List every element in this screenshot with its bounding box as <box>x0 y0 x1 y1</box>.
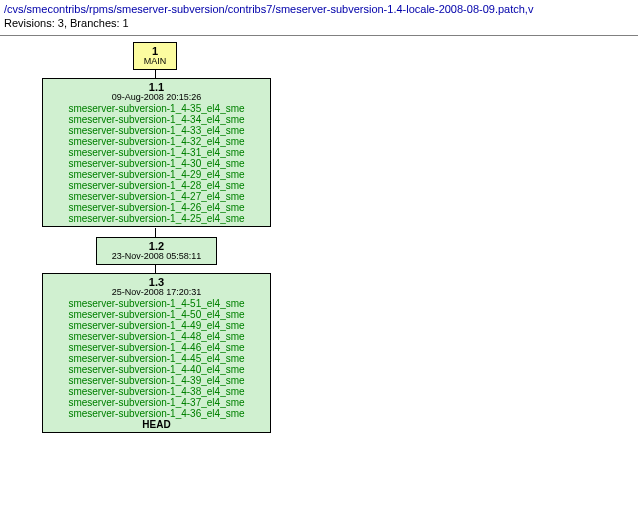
revision-date: 25-Nov-2008 17:20:31 <box>49 288 264 298</box>
revision-tag: smeserver-subversion-1_4-45_el4_sme <box>49 353 264 364</box>
file-path: /cvs/smecontribs/rpms/smeserver-subversi… <box>4 3 533 15</box>
revision-tag: smeserver-subversion-1_4-50_el4_sme <box>49 309 264 320</box>
revision-summary: Revisions: 3, Branches: 1 <box>4 17 129 29</box>
branch-name: MAIN <box>140 57 170 67</box>
edge <box>155 264 156 273</box>
revision-tag: smeserver-subversion-1_4-38_el4_sme <box>49 386 264 397</box>
revision-version: 1.1 <box>49 81 264 93</box>
revision-tag: smeserver-subversion-1_4-27_el4_sme <box>49 191 264 202</box>
revision-date: 23-Nov-2008 05:58:11 <box>103 252 210 262</box>
revision-date: 09-Aug-2008 20:15:26 <box>49 93 264 103</box>
revision-tag: smeserver-subversion-1_4-26_el4_sme <box>49 202 264 213</box>
revision-tag: smeserver-subversion-1_4-48_el4_sme <box>49 331 264 342</box>
head-label: HEAD <box>49 419 264 430</box>
revision-tag: smeserver-subversion-1_4-25_el4_sme <box>49 213 264 224</box>
divider <box>0 35 638 36</box>
revision-node-1-1[interactable]: 1.1 09-Aug-2008 20:15:26 smeserver-subve… <box>42 78 271 227</box>
revision-node-1-2[interactable]: 1.2 23-Nov-2008 05:58:11 <box>96 237 217 265</box>
revision-tag: smeserver-subversion-1_4-29_el4_sme <box>49 169 264 180</box>
revision-tag: smeserver-subversion-1_4-30_el4_sme <box>49 158 264 169</box>
revision-tag: smeserver-subversion-1_4-37_el4_sme <box>49 397 264 408</box>
branch-node-main[interactable]: 1 MAIN <box>133 42 177 70</box>
revision-tag: smeserver-subversion-1_4-51_el4_sme <box>49 298 264 309</box>
edge <box>155 69 156 78</box>
revision-tag: smeserver-subversion-1_4-31_el4_sme <box>49 147 264 158</box>
revision-tag: smeserver-subversion-1_4-36_el4_sme <box>49 408 264 419</box>
header: /cvs/smecontribs/rpms/smeserver-subversi… <box>0 0 638 33</box>
branch-number: 1 <box>140 45 170 57</box>
edge <box>155 228 156 237</box>
revision-version: 1.3 <box>49 276 264 288</box>
revision-tag: smeserver-subversion-1_4-40_el4_sme <box>49 364 264 375</box>
revision-version: 1.2 <box>103 240 210 252</box>
revision-tag: smeserver-subversion-1_4-35_el4_sme <box>49 103 264 114</box>
revision-tag: smeserver-subversion-1_4-39_el4_sme <box>49 375 264 386</box>
revision-tag: smeserver-subversion-1_4-46_el4_sme <box>49 342 264 353</box>
revision-tag: smeserver-subversion-1_4-28_el4_sme <box>49 180 264 191</box>
revision-tag: smeserver-subversion-1_4-34_el4_sme <box>49 114 264 125</box>
revision-tag: smeserver-subversion-1_4-32_el4_sme <box>49 136 264 147</box>
graph-canvas: 1 MAIN 1.1 09-Aug-2008 20:15:26 smeserve… <box>0 42 638 531</box>
revision-node-1-3[interactable]: 1.3 25-Nov-2008 17:20:31 smeserver-subve… <box>42 273 271 433</box>
revision-tag: smeserver-subversion-1_4-49_el4_sme <box>49 320 264 331</box>
revision-tag: smeserver-subversion-1_4-33_el4_sme <box>49 125 264 136</box>
